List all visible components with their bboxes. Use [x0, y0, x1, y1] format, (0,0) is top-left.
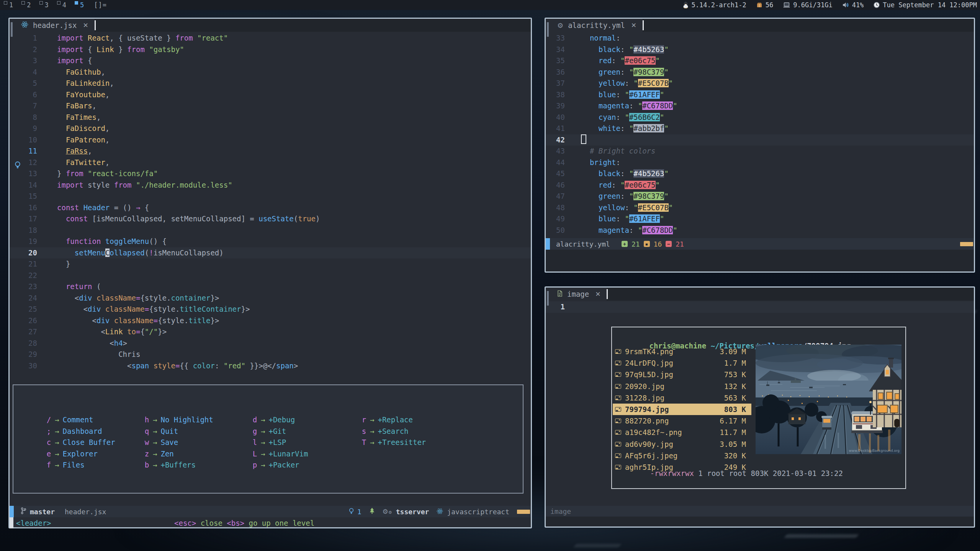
- workspace-4[interactable]: 4: [57, 1, 66, 9]
- image-file-icon: [615, 453, 621, 458]
- file-list: 9rsmTK4.png3.09 M24LrDFQ.jpg1.7 M97q9L5D…: [613, 346, 751, 473]
- code-line: 13} from "react-icons/fa": [10, 168, 531, 180]
- preview-path-header: chris@machine ~/Pictures/wallpapers/7997…: [612, 327, 905, 340]
- line-number: 15: [10, 191, 57, 202]
- git-branch-name[interactable]: master: [30, 508, 55, 516]
- file-row: AFq5r6j.jpeg320 K: [613, 450, 751, 461]
- line-number: 38: [546, 89, 581, 101]
- line-number: 48: [546, 202, 581, 214]
- code-area-image-buffer[interactable]: 1: [546, 301, 974, 313]
- line-number: 39: [546, 100, 581, 112]
- git-changed-icon: ▪: [644, 241, 650, 247]
- code-line: 37 yellow: "#E5C07B": [546, 78, 974, 89]
- line-number: 30: [10, 360, 57, 372]
- file-manager-preview: chris@machine ~/Pictures/wallpapers/7997…: [611, 327, 906, 489]
- tabline-cursor: [607, 289, 608, 299]
- volume-status: 41%: [843, 1, 864, 9]
- code-line: 49 blue: "#61AFEF": [546, 213, 974, 225]
- workspace-indicator-square: [39, 1, 43, 5]
- react-icon: [437, 508, 443, 516]
- code-line: 4 FaGithub,: [10, 67, 531, 78]
- workspace-1[interactable]: 1: [4, 1, 13, 9]
- memory-usage: 9.6Gi/31Gi: [793, 1, 832, 9]
- code-action-lightbulb-icon[interactable]: [14, 161, 21, 170]
- code-line: 40 cyan: "#56B6C2": [546, 112, 974, 123]
- git-added-icon: +: [622, 241, 628, 247]
- arrow-icon: →: [153, 426, 157, 437]
- statusline-filename: header.jsx: [65, 508, 106, 516]
- whichkey-binding: c→Close Buffer: [46, 437, 144, 448]
- line-number: 50: [546, 225, 581, 236]
- code-line: 18: [10, 225, 531, 236]
- whichkey-binding: w→Save: [144, 437, 252, 448]
- code-line: 22: [10, 270, 531, 281]
- workspace-5[interactable]: 5: [75, 1, 84, 9]
- tabline: image ✕: [546, 288, 974, 301]
- code-line: 1import React, { useState } from "react": [10, 33, 531, 44]
- wallpaper-preview-image: www.DesktopBackground.org: [756, 345, 901, 454]
- statusline-image: image: [546, 506, 974, 517]
- scroll-progress-indicator: [960, 242, 973, 246]
- code-line: 43 # Bright colors: [546, 146, 974, 157]
- tabline-cursor: [643, 20, 644, 30]
- close-icon[interactable]: ✕: [81, 21, 90, 29]
- line-number: 33: [546, 33, 581, 44]
- mode-indicator: [546, 238, 550, 250]
- workspace-indicator-square: [57, 1, 61, 5]
- line-number: 36: [546, 67, 581, 78]
- pending-keys: <leader>: [16, 519, 51, 527]
- wallpaper-wave: [573, 544, 621, 548]
- arrow-icon: →: [153, 437, 157, 448]
- code-area-headerjsx[interactable]: 1import React, { useState } from "react"…: [10, 32, 531, 371]
- line-number: 45: [546, 168, 581, 180]
- workspace-3[interactable]: 3: [39, 1, 49, 9]
- statusline-filename: alacritty.yml: [556, 240, 610, 248]
- whichkey-binding: l→+LSP: [252, 437, 362, 448]
- code-line: 28 <h4>: [10, 338, 531, 349]
- line-number: 43: [546, 146, 581, 157]
- line-number: 16: [10, 202, 57, 214]
- code-area-alacritty[interactable]: 33 normal:34 black: "#4b5263"35 red: "#e…: [546, 32, 974, 236]
- line-number: 46: [546, 180, 581, 191]
- line-number: 35: [546, 55, 581, 67]
- close-icon[interactable]: ✕: [594, 290, 602, 298]
- tab-title: image: [567, 290, 589, 298]
- tabline-cursor: [95, 20, 96, 30]
- arrow-icon: →: [261, 448, 265, 460]
- statusline-right: [960, 242, 974, 246]
- file-row: 24LrDFQ.jpg1.7 M: [613, 357, 751, 369]
- window-editor-alacritty: ⚙ alacritty.yml ✕ 33 normal:34 black: "#…: [545, 18, 975, 273]
- close-icon[interactable]: ✕: [630, 21, 638, 29]
- workspace-2[interactable]: 2: [21, 1, 31, 9]
- file-meta-rest: 1 root root 803K 2021-03-01 23:22: [694, 469, 843, 477]
- code-line: 42: [546, 134, 974, 146]
- line-number: 29: [10, 349, 57, 360]
- document-icon: [557, 290, 563, 298]
- layout-symbol[interactable]: []=: [94, 1, 107, 9]
- line-number: 37: [546, 78, 581, 89]
- line-number: 6: [10, 89, 57, 101]
- volume-level: 41%: [852, 1, 864, 9]
- workspace-indicator-square: [4, 1, 7, 5]
- whichkey-help-hint: <esc> close <bs> go up one level: [174, 519, 314, 527]
- arrow-icon: →: [261, 459, 265, 471]
- tab-headerjsx[interactable]: header.jsx ✕: [10, 19, 95, 32]
- whichkey-binding: q→Quit: [144, 426, 252, 437]
- tab-title: alacritty.yml: [568, 21, 625, 29]
- statusline-headerjsx: master header.jsx 1 ⚙⚙ tsserver javascri…: [10, 506, 531, 517]
- code-line: 2import { Link } from "gatsby": [10, 44, 531, 56]
- code-line: 3import {: [10, 55, 531, 67]
- whichkey-binding: e→Explorer: [46, 448, 144, 460]
- arrow-icon: →: [370, 437, 374, 448]
- code-line: 44 bright:: [546, 157, 974, 168]
- whichkey-popup: /→Comment;→Dashboardc→Close Buffere→Expl…: [13, 384, 524, 494]
- code-line: 5 FaLinkedin,: [10, 78, 531, 89]
- arrow-icon: →: [153, 459, 157, 471]
- statusline-right: 1 ⚙⚙ tsserver javascriptreact: [348, 508, 531, 516]
- tab-image[interactable]: image ✕: [546, 288, 607, 301]
- file-row: 882720.png6.17 M: [613, 415, 751, 427]
- code-line: 19 function toggleMenu() {: [10, 236, 531, 247]
- memory-icon: [783, 2, 790, 8]
- tab-alacritty-yml[interactable]: ⚙ alacritty.yml ✕: [546, 19, 643, 32]
- command-line[interactable]: <leader> <esc> close <bs> go up one leve…: [10, 517, 531, 528]
